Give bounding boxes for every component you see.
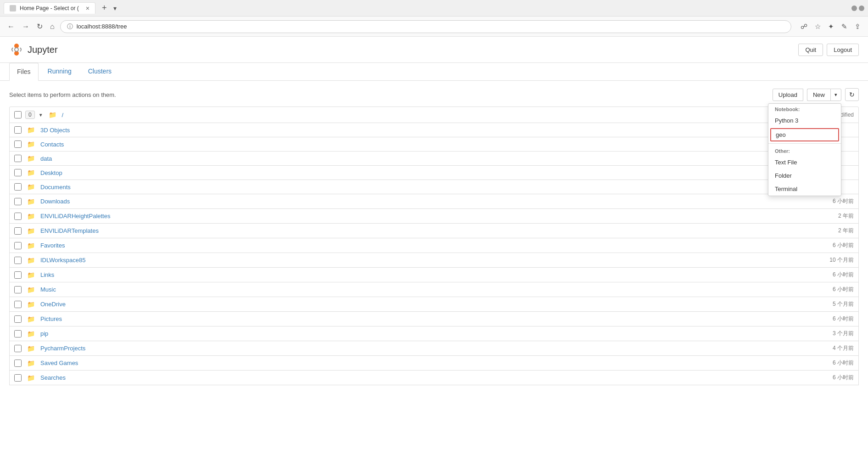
tab-files[interactable]: Files — [9, 63, 39, 81]
table-row: 📁 pip 3 个月前 — [9, 326, 859, 341]
folder-icon: 📁 — [27, 183, 35, 191]
new-button[interactable]: New — [807, 89, 830, 101]
terminal-item[interactable]: Terminal — [768, 182, 841, 196]
file-name[interactable]: OneDrive — [40, 301, 66, 308]
file-name[interactable]: IDLWorkspace85 — [40, 257, 86, 264]
jupyter-container: Jupyter Quit Logout Files Running Cluste… — [0, 37, 868, 450]
sort-caret[interactable]: ▼ — [39, 112, 43, 118]
textfile-item[interactable]: Text File — [768, 156, 841, 169]
folder-icon: 📁 — [27, 330, 35, 337]
maximize-button[interactable] — [859, 6, 864, 11]
select-all-checkbox[interactable] — [14, 111, 22, 118]
folder-icon: 📁 — [27, 345, 35, 352]
notebook-section-label: Notebook: — [768, 104, 841, 114]
new-tab-button[interactable]: + — [99, 3, 110, 13]
file-time: 6 小时前 — [833, 359, 854, 367]
folder-icon: 📁 — [27, 198, 35, 205]
file-checkbox[interactable] — [14, 213, 22, 220]
folder-icon: 📁 — [27, 271, 35, 279]
refresh-button[interactable]: ↻ — [845, 88, 859, 101]
file-time: 6 小时前 — [833, 242, 854, 249]
quit-button[interactable]: Quit — [798, 44, 823, 56]
file-checkbox[interactable] — [14, 227, 22, 235]
bookmark-button[interactable]: ☆ — [813, 21, 823, 33]
python3-item[interactable]: Python 3 — [768, 114, 841, 127]
file-name[interactable]: ENVILiDARHeightPalettes — [40, 213, 110, 219]
folder-icon: 📁 — [27, 169, 35, 176]
share-button[interactable]: ⇪ — [853, 21, 862, 33]
file-checkbox[interactable] — [14, 286, 22, 293]
folder-icon: 📁 — [27, 155, 35, 162]
reader-view-button[interactable]: ☍ — [799, 21, 809, 33]
file-browser: Select items to perform actions on them.… — [0, 81, 868, 393]
table-row: 📁 Downloads 6 小时前 — [9, 194, 859, 209]
browser-tab[interactable]: Home Page - Select or ( × — [4, 2, 95, 14]
folder-icon: 📁 — [27, 315, 35, 323]
file-checkbox[interactable] — [14, 374, 22, 382]
file-checkbox[interactable] — [14, 301, 22, 308]
file-name[interactable]: Favorites — [40, 242, 65, 249]
tab-running[interactable]: Running — [40, 63, 79, 80]
home-button[interactable]: ⌂ — [48, 21, 56, 33]
folder-icon: 📁 — [27, 286, 35, 293]
tab-list-button[interactable]: ▾ — [113, 5, 117, 12]
file-rows: 📁 3D Objects 📁 Contacts 📁 data 📁 Desktop… — [9, 123, 859, 385]
file-name[interactable]: Searches — [40, 374, 66, 381]
file-checkbox[interactable] — [14, 360, 22, 367]
close-tab-button[interactable]: × — [86, 5, 90, 12]
file-name[interactable]: Saved Games — [40, 360, 78, 366]
file-name[interactable]: Documents — [40, 184, 71, 191]
file-name[interactable]: data — [40, 155, 52, 162]
file-checkbox[interactable] — [14, 345, 22, 352]
forward-button[interactable]: → — [20, 21, 31, 33]
address-bar[interactable]: ⓘ localhost:8888/tree — [60, 20, 791, 33]
file-name[interactable]: Desktop — [40, 169, 62, 176]
new-caret-button[interactable]: ▾ — [830, 89, 841, 101]
file-time: 2 年前 — [838, 227, 854, 235]
tab-favicon — [10, 5, 16, 11]
back-button[interactable]: ← — [6, 21, 17, 33]
file-checkbox[interactable] — [14, 126, 22, 134]
reload-button[interactable]: ↻ — [35, 20, 45, 33]
folder-icon: 📁 — [27, 213, 35, 220]
favorites-button[interactable]: ✦ — [826, 21, 836, 33]
file-name[interactable]: pip — [40, 330, 48, 337]
file-name[interactable]: PycharmProjects — [40, 345, 85, 352]
file-checkbox[interactable] — [14, 257, 22, 264]
browser-toolbar: ← → ↻ ⌂ ⓘ localhost:8888/tree ☍ ☆ ✦ ✎ ⇪ — [0, 17, 868, 37]
table-row: 📁 Documents — [9, 180, 859, 194]
jupyter-title: Jupyter — [28, 45, 58, 55]
file-time: 4 个月前 — [833, 344, 854, 352]
logout-button[interactable]: Logout — [827, 44, 859, 56]
file-checkbox[interactable] — [14, 155, 22, 162]
folder-item[interactable]: Folder — [768, 169, 841, 182]
geo-item[interactable]: geo — [770, 128, 839, 141]
file-time: 10 个月前 — [829, 256, 854, 264]
breadcrumb[interactable]: / — [62, 112, 64, 118]
file-checkbox[interactable] — [14, 271, 22, 279]
file-checkbox[interactable] — [14, 141, 22, 148]
file-name[interactable]: 3D Objects — [40, 127, 70, 134]
file-checkbox[interactable] — [14, 169, 22, 176]
jupyter-tabs: Files Running Clusters — [0, 63, 868, 81]
file-checkbox[interactable] — [14, 198, 22, 205]
file-name[interactable]: ENVILiDARTemplates — [40, 227, 99, 234]
folder-icon: 📁 — [27, 242, 35, 249]
file-checkbox[interactable] — [14, 315, 22, 323]
table-row: 📁 Music 6 小时前 — [9, 282, 859, 297]
minimize-button[interactable] — [851, 6, 857, 11]
table-row: 📁 Links 6 小时前 — [9, 268, 859, 282]
file-checkbox[interactable] — [14, 330, 22, 337]
file-checkbox[interactable] — [14, 242, 22, 249]
file-name[interactable]: Music — [40, 286, 56, 293]
feedback-button[interactable]: ✎ — [840, 21, 849, 33]
file-checkbox[interactable] — [14, 183, 22, 191]
file-name[interactable]: Links — [40, 271, 54, 278]
file-name[interactable]: Downloads — [40, 198, 70, 205]
tab-clusters[interactable]: Clusters — [81, 63, 119, 80]
jupyter-header: Jupyter Quit Logout — [0, 37, 868, 63]
table-row: 📁 Favorites 6 小时前 — [9, 238, 859, 253]
file-name[interactable]: Contacts — [40, 141, 64, 148]
file-name[interactable]: Pictures — [40, 315, 62, 322]
upload-button[interactable]: Upload — [773, 89, 803, 101]
